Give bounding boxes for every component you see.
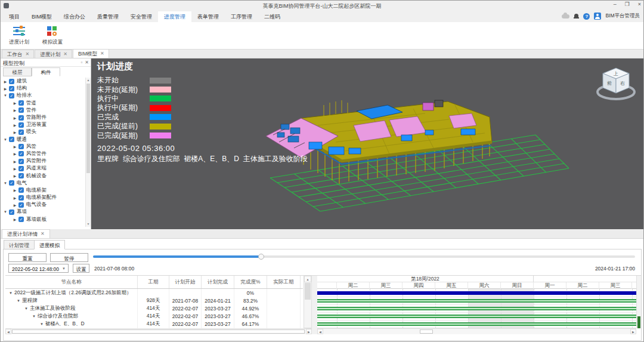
- close-tab-icon[interactable]: ✕: [41, 231, 45, 238]
- checkbox-checked[interactable]: ✓: [18, 122, 24, 128]
- tree-item-0[interactable]: ▶✓建筑: [1, 78, 85, 85]
- table-gantt-splitter[interactable]: [312, 276, 317, 334]
- menu-item-bim-model[interactable]: BIM模型: [26, 11, 58, 22]
- close-tab-icon[interactable]: ✕: [100, 51, 104, 56]
- schedule-plan-tool[interactable]: 进度计划: [3, 24, 35, 48]
- column-header-5[interactable]: 实际工期: [267, 276, 301, 288]
- checkbox-checked[interactable]: ✓: [18, 202, 24, 208]
- checkbox-checked[interactable]: ✓: [18, 151, 24, 156]
- checkbox-checked[interactable]: ✓: [18, 144, 24, 149]
- tree-item-2[interactable]: ▼✓给排水: [1, 92, 85, 99]
- tree-item-18[interactable]: ▼✓幕墙: [1, 208, 85, 215]
- float-panel-icon[interactable]: ▫: [80, 60, 82, 65]
- checkbox-checked[interactable]: ✓: [18, 130, 24, 135]
- tab-floors[interactable]: 楼层: [3, 67, 32, 76]
- pause-button[interactable]: 暂停: [50, 253, 88, 262]
- checkbox-checked[interactable]: ✓: [18, 217, 24, 222]
- table-row[interactable]: ▼裙楼A、E、B、D414天2022-02-072023-03-2764.17%: [5, 320, 303, 328]
- scroll-down-icon[interactable]: ▼: [86, 221, 91, 227]
- menu-item-qrcode[interactable]: 二维码: [258, 11, 286, 22]
- expand-icon[interactable]: ▶: [3, 87, 8, 91]
- expand-icon[interactable]: ▶: [13, 217, 17, 221]
- gantt-bar[interactable]: [317, 291, 636, 295]
- scroll-left-icon[interactable]: ◀: [317, 329, 323, 334]
- doc-tab-schedule-plan[interactable]: 进度计划✕: [35, 50, 72, 58]
- checkbox-checked[interactable]: ✓: [18, 107, 24, 113]
- expand-icon[interactable]: ▶: [3, 79, 8, 84]
- subtab-progress-simulation[interactable]: 进度模拟: [34, 240, 65, 249]
- collapse-icon[interactable]: ▼: [40, 322, 44, 326]
- tree-item-4[interactable]: ▶✓管件: [1, 107, 85, 114]
- tree-item-6[interactable]: ▶✓卫浴装置: [1, 121, 85, 128]
- gantt-bar[interactable]: [317, 307, 636, 310]
- tab-schedule-detail[interactable]: 进度计划详情 ✕: [2, 229, 50, 238]
- expand-icon[interactable]: ▶: [13, 123, 17, 127]
- scroll-up-icon[interactable]: ▲: [304, 276, 311, 282]
- column-header-2[interactable]: 计划开始: [169, 276, 202, 288]
- tree-item-19[interactable]: ▶✓幕墙嵌板: [1, 216, 85, 223]
- collapse-icon[interactable]: ▼: [17, 299, 20, 303]
- menu-item-form[interactable]: 表单管理: [191, 11, 225, 22]
- time-slider[interactable]: [93, 255, 635, 258]
- tree-item-11[interactable]: ▶✓风管附件: [1, 158, 85, 165]
- close-tab-icon[interactable]: ✕: [63, 51, 67, 57]
- bell-icon[interactable]: [574, 14, 579, 19]
- tree-item-12[interactable]: ▶✓风道末端: [1, 165, 85, 172]
- expand-icon[interactable]: ▶: [13, 159, 17, 164]
- maximize-button[interactable]: ❐: [625, 1, 630, 7]
- checkbox-checked[interactable]: ✓: [18, 159, 24, 164]
- collapse-icon[interactable]: ▼: [24, 307, 28, 310]
- scroll-right-icon[interactable]: ▶: [306, 329, 312, 334]
- tree-item-10[interactable]: ▶✓风管管件: [1, 150, 85, 158]
- menu-item-quality[interactable]: 质量管理: [91, 11, 125, 22]
- collapse-icon[interactable]: ▼: [3, 138, 8, 141]
- cube-face-front[interactable]: 前: [607, 81, 612, 86]
- user-name[interactable]: BIM平台管理员: [605, 13, 640, 20]
- slider-handle[interactable]: [258, 254, 264, 260]
- checkbox-checked[interactable]: ✓: [9, 137, 14, 142]
- close-panel-icon[interactable]: ✕: [85, 60, 89, 65]
- column-header-0[interactable]: 节点名称: [5, 276, 138, 288]
- scroll-left-icon[interactable]: ◀: [5, 329, 11, 334]
- tree-item-1[interactable]: ▶✓结构: [1, 85, 85, 92]
- collapse-icon[interactable]: ▼: [3, 181, 8, 185]
- collapse-icon[interactable]: ▼: [3, 210, 8, 214]
- subtab-plan-manage[interactable]: 计划管理: [4, 240, 35, 249]
- cloud-icon[interactable]: [562, 14, 569, 19]
- cube-face-top[interactable]: 上: [613, 71, 618, 76]
- close-tab-icon[interactable]: ✕: [26, 51, 30, 57]
- checkbox-checked[interactable]: ✓: [9, 209, 14, 215]
- tree-item-8[interactable]: ▼✓暖通: [1, 136, 85, 143]
- expand-icon[interactable]: ▶: [13, 167, 17, 171]
- expand-icon[interactable]: ▶: [13, 196, 17, 200]
- table-row[interactable]: ▼主体施工及验收阶段414天2022-02-072023-03-2744.92%: [5, 304, 303, 312]
- tree-item-17[interactable]: ▶✓电气设备: [1, 201, 85, 208]
- gantt-bar[interactable]: [317, 322, 636, 326]
- cube-face-right[interactable]: 右: [620, 81, 625, 86]
- column-header-1[interactable]: 工期: [138, 276, 169, 288]
- expand-icon[interactable]: ▶: [13, 116, 17, 120]
- scroll-up-icon[interactable]: ▲: [86, 78, 91, 83]
- expand-icon[interactable]: ▶: [13, 152, 17, 156]
- checkbox-checked[interactable]: ✓: [9, 79, 14, 84]
- checkbox-checked[interactable]: ✓: [9, 86, 14, 91]
- collapse-icon[interactable]: ▼: [32, 315, 36, 318]
- column-header-4[interactable]: 完成度%: [234, 276, 267, 288]
- tree-item-9[interactable]: ▶✓风管: [1, 143, 85, 150]
- gantt-hscrollbar[interactable]: ◀ ▶: [317, 328, 636, 334]
- gantt-vscrollbar[interactable]: [636, 276, 641, 328]
- menu-item-project[interactable]: 项目: [3, 11, 26, 22]
- collapse-icon[interactable]: ▼: [9, 291, 13, 295]
- reset-button[interactable]: 重置: [8, 253, 47, 262]
- expand-icon[interactable]: ▶: [13, 144, 17, 149]
- tree-item-7[interactable]: ▶✓喷头: [1, 128, 85, 135]
- minimize-button[interactable]: –: [614, 1, 617, 7]
- checkbox-checked[interactable]: ✓: [18, 195, 24, 201]
- table-row[interactable]: ▼2022一级施工计划上墙（2.26调版式用2.26加前期）0%: [5, 289, 303, 297]
- column-header-3[interactable]: 计划完成: [202, 276, 234, 288]
- checkbox-checked[interactable]: ✓: [18, 173, 24, 178]
- scroll-right-icon[interactable]: ▶: [630, 329, 636, 334]
- menu-item-office[interactable]: 综合办公: [58, 11, 91, 22]
- expand-icon[interactable]: ▶: [13, 203, 17, 207]
- help-icon[interactable]: ?: [583, 13, 590, 20]
